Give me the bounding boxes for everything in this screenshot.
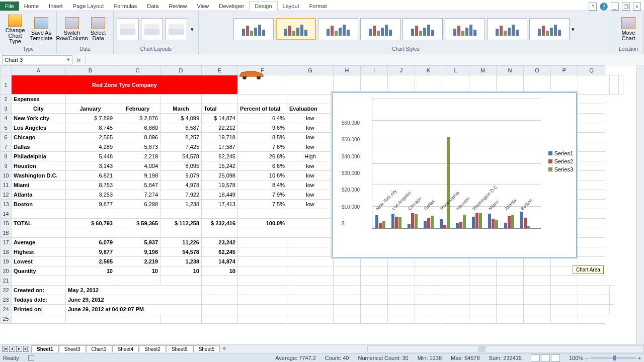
chart-style-5[interactable] bbox=[403, 18, 443, 40]
legend-item[interactable]: Series1 bbox=[548, 150, 573, 156]
col-header-E[interactable]: E bbox=[202, 66, 238, 75]
row-header-21[interactable]: 21 bbox=[1, 276, 12, 286]
col-header-G[interactable]: G bbox=[287, 66, 334, 75]
save-as-template-button[interactable]: Save As Template bbox=[29, 13, 53, 45]
chart-style-2[interactable] bbox=[276, 18, 316, 40]
chart-styles-more[interactable]: ▾ bbox=[572, 26, 579, 33]
row-header-1[interactable]: 1 bbox=[1, 75, 12, 95]
close-icon[interactable]: × bbox=[633, 3, 641, 11]
macro-record-icon[interactable] bbox=[28, 355, 34, 361]
row-header-10[interactable]: 10 bbox=[1, 171, 12, 180]
row-header-18[interactable]: 18 bbox=[1, 247, 12, 257]
tab-formulas[interactable]: Formulas bbox=[109, 2, 142, 11]
row-header-4[interactable]: 4 bbox=[1, 114, 12, 123]
row-header-2[interactable]: 2 bbox=[1, 95, 12, 104]
sheet-nav-first[interactable]: |◂ bbox=[2, 346, 8, 352]
chart-style-3[interactable] bbox=[318, 18, 358, 40]
row-header-20[interactable]: 20 bbox=[1, 266, 12, 276]
legend-item[interactable]: Series2 bbox=[548, 158, 573, 164]
sheet-tab-Sheet1[interactable]: Sheet1 bbox=[31, 345, 59, 352]
tab-file[interactable]: File bbox=[0, 2, 19, 11]
embedded-chart[interactable]: $-$10,000$20,000$30,000$40,000$50,000$60… bbox=[332, 93, 577, 257]
sheet-tab-Sheet6[interactable]: Sheet6 bbox=[166, 345, 193, 352]
col-header-K[interactable]: K bbox=[415, 66, 442, 75]
chart-style-4[interactable] bbox=[360, 18, 400, 40]
row-header-19[interactable]: 19 bbox=[1, 257, 12, 266]
chart-layout-3[interactable] bbox=[165, 18, 187, 40]
sheet-tab-Sheet4[interactable]: Sheet4 bbox=[112, 345, 139, 352]
horizontal-scrollbar[interactable] bbox=[367, 345, 644, 352]
new-sheet-icon[interactable]: ✧ bbox=[222, 345, 226, 352]
name-box[interactable]: Chart 3▾ bbox=[2, 55, 72, 64]
tab-data[interactable]: Data bbox=[142, 2, 164, 11]
row-header-23[interactable]: 23 bbox=[1, 295, 12, 305]
tab-layout[interactable]: Layout bbox=[278, 2, 304, 11]
chart-layout-1[interactable] bbox=[117, 18, 139, 40]
fx-icon[interactable]: fx bbox=[76, 57, 81, 63]
tab-home[interactable]: Home bbox=[19, 2, 44, 11]
sheet-nav-last[interactable]: ▸| bbox=[23, 346, 29, 352]
chart-style-1[interactable] bbox=[233, 18, 274, 40]
row-header-16[interactable]: 16 bbox=[1, 228, 12, 238]
col-header-M[interactable]: M bbox=[469, 66, 497, 75]
tab-view[interactable]: View bbox=[192, 2, 214, 11]
select-all[interactable] bbox=[1, 66, 12, 75]
chart-layout-2[interactable] bbox=[141, 18, 163, 40]
col-header-C[interactable]: C bbox=[115, 66, 160, 75]
row-header-11[interactable]: 11 bbox=[1, 180, 12, 190]
row-header-5[interactable]: 5 bbox=[1, 123, 12, 133]
row-header-9[interactable]: 9 bbox=[1, 161, 12, 171]
worksheet[interactable]: ABCDEFGHIJKLMNOPQ 1Red Zone Tyre Company… bbox=[0, 65, 644, 341]
row-header-25[interactable]: 25 bbox=[1, 314, 12, 324]
col-header-L[interactable]: L bbox=[442, 66, 469, 75]
col-header-P[interactable]: P bbox=[551, 66, 578, 75]
chart-style-8[interactable] bbox=[529, 18, 570, 40]
view-page-break-icon[interactable] bbox=[551, 354, 560, 361]
chart-style-6[interactable] bbox=[445, 18, 485, 40]
formula-bar[interactable] bbox=[85, 55, 644, 64]
col-header-A[interactable]: A bbox=[12, 66, 66, 75]
row-header-17[interactable]: 17 bbox=[1, 238, 12, 247]
zoom-in-icon[interactable]: + bbox=[638, 355, 641, 361]
row-header-6[interactable]: 6 bbox=[1, 133, 12, 142]
row-header-12[interactable]: 12 bbox=[1, 190, 12, 200]
tab-format[interactable]: Format bbox=[304, 2, 332, 11]
switch-row-column-button[interactable]: Switch Row/Column bbox=[60, 13, 84, 45]
sheet-tab-Sheet2[interactable]: Sheet2 bbox=[139, 345, 166, 352]
row-header-22[interactable]: 22 bbox=[1, 286, 12, 295]
sheet-nav-prev[interactable]: ◂ bbox=[9, 346, 15, 352]
sheet-tab-Chart1[interactable]: Chart1 bbox=[86, 345, 112, 352]
col-header-D[interactable]: D bbox=[160, 66, 202, 75]
tab-page-layout[interactable]: Page Layout bbox=[68, 2, 109, 11]
restore-icon[interactable]: ❐ bbox=[622, 3, 630, 11]
legend-item[interactable]: Series3 bbox=[548, 166, 573, 172]
row-header-7[interactable]: 7 bbox=[1, 142, 12, 152]
view-page-layout-icon[interactable] bbox=[541, 354, 550, 361]
move-chart-button[interactable]: Move Chart bbox=[616, 13, 640, 45]
zoom-out-icon[interactable]: − bbox=[585, 355, 588, 361]
zoom-slider[interactable] bbox=[591, 357, 636, 359]
chart-style-7[interactable] bbox=[487, 18, 527, 40]
change-chart-type-button[interactable]: Change Chart Type bbox=[3, 13, 27, 45]
tab-review[interactable]: Review bbox=[164, 2, 192, 11]
col-header-I[interactable]: I bbox=[361, 66, 388, 75]
row-header-8[interactable]: 8 bbox=[1, 152, 12, 161]
select-data-button[interactable]: Select Data bbox=[86, 13, 110, 45]
help-icon[interactable]: ? bbox=[600, 3, 608, 11]
col-header-B[interactable]: B bbox=[66, 66, 115, 75]
tab-developer[interactable]: Developer bbox=[214, 2, 249, 11]
tab-design[interactable]: Design bbox=[249, 1, 277, 11]
tab-insert[interactable]: Insert bbox=[44, 2, 68, 11]
zoom-control[interactable]: 100% − + bbox=[569, 355, 641, 361]
sheet-nav-next[interactable]: ▸ bbox=[16, 346, 22, 352]
chart-legend[interactable]: Series1Series2Series3 bbox=[548, 148, 573, 174]
sheet-tab-Sheet3[interactable]: Sheet3 bbox=[59, 345, 86, 352]
col-header-N[interactable]: N bbox=[497, 66, 524, 75]
row-header-15[interactable]: 15 bbox=[1, 219, 12, 228]
row-header-3[interactable]: 3 bbox=[1, 104, 12, 114]
col-header-Q[interactable]: Q bbox=[578, 66, 605, 75]
row-header-13[interactable]: 13 bbox=[1, 200, 12, 209]
chart-layouts-more[interactable]: ▾ bbox=[189, 26, 195, 33]
row-header-14[interactable]: 14 bbox=[1, 209, 12, 219]
view-normal-icon[interactable] bbox=[531, 354, 540, 361]
